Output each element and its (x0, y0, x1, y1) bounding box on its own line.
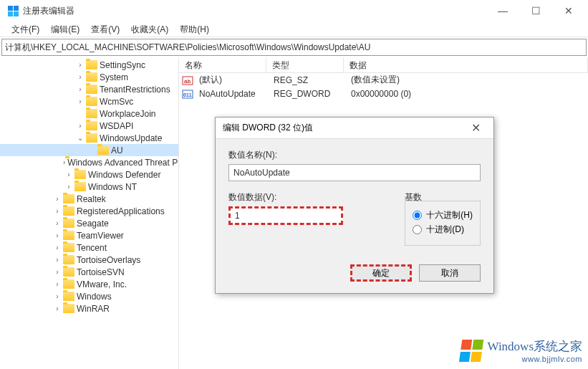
tree-caret-icon[interactable]: › (74, 85, 86, 93)
folder-icon (63, 255, 74, 264)
tree-caret-icon[interactable]: › (52, 244, 63, 251)
tree-panel[interactable]: ›SettingSync›System›TenantRestrictions›W… (0, 57, 179, 369)
menu-view[interactable]: 查看(V) (85, 21, 125, 37)
tree-item-label: Windows (77, 292, 112, 302)
menu-edit[interactable]: 编辑(E) (45, 21, 85, 37)
row-data: (数值未设置) (345, 74, 588, 86)
col-data[interactable]: 数据 (344, 57, 588, 72)
tree-caret-icon[interactable]: › (52, 292, 63, 300)
folder-icon (63, 194, 74, 203)
folder-icon (63, 304, 74, 313)
tree-item[interactable]: ⌄WindowsUpdate (0, 132, 178, 144)
tree-item-label: TeamViewer (77, 231, 124, 241)
tree-item-label: Windows Advanced Threat Protection (67, 158, 179, 168)
tree-item-label: Windows NT (88, 182, 137, 192)
list-row[interactable]: 011NoAutoUpdateREG_DWORD0x00000000 (0) (179, 87, 588, 100)
tree: ›SettingSync›System›TenantRestrictions›W… (0, 57, 178, 316)
reg-string-icon: ab (182, 75, 193, 86)
edit-dword-dialog: 编辑 DWORD (32 位)值 ✕ 数值名称(N): NoAutoUpdate… (215, 117, 494, 294)
tree-item[interactable]: ›TenantRestrictions (0, 83, 178, 95)
radix-dec-option[interactable]: 十进制(D) (413, 224, 473, 236)
folder-icon (86, 109, 97, 118)
address-path: 计算机\HKEY_LOCAL_MACHINE\SOFTWARE\Policies… (5, 42, 370, 54)
tree-caret-icon[interactable]: › (74, 61, 86, 69)
tree-item-label: WorkplaceJoin (100, 109, 155, 119)
tree-item-label: SettingSync (100, 60, 145, 70)
tree-caret-icon[interactable]: › (74, 97, 86, 105)
tree-item[interactable]: ›TeamViewer (0, 229, 178, 241)
dialog-close-button[interactable]: ✕ (466, 121, 486, 135)
tree-item-label: TenantRestrictions (100, 85, 170, 95)
tree-item[interactable]: ›Windows NT (0, 181, 178, 193)
tree-item-label: WcmSvc (100, 97, 133, 107)
list-row[interactable]: ab(默认)REG_SZ(数值未设置) (179, 73, 588, 87)
reg-dword-icon: 011 (182, 88, 193, 100)
tree-item[interactable]: ›SettingSync (0, 59, 178, 71)
cancel-button[interactable]: 取消 (419, 264, 481, 282)
tree-caret-icon[interactable]: › (63, 158, 65, 166)
row-data: 0x00000000 (0) (345, 89, 588, 99)
tree-item[interactable]: ›WcmSvc (0, 95, 178, 107)
tree-item[interactable]: WorkplaceJoin (0, 107, 178, 120)
folder-icon (86, 85, 97, 94)
tree-item[interactable]: ›WSDAPI (0, 120, 178, 132)
tree-caret-icon[interactable]: › (63, 183, 74, 191)
tree-caret-icon[interactable]: › (52, 231, 63, 239)
tree-item[interactable]: ›Seagate (0, 217, 178, 229)
menu-favorites[interactable]: 收藏夹(A) (125, 21, 174, 37)
tree-caret-icon[interactable]: › (74, 122, 86, 130)
regedit-icon (7, 5, 19, 16)
tree-caret-icon[interactable]: › (74, 73, 86, 81)
tree-caret-icon[interactable]: › (52, 207, 63, 215)
tree-item[interactable]: ›Windows Advanced Threat Protection (0, 156, 178, 168)
tree-item[interactable]: ›TortoiseSVN (0, 266, 178, 278)
tree-item-label: WSDAPI (100, 121, 133, 131)
tree-item[interactable]: AU (0, 144, 178, 156)
tree-caret-icon[interactable]: › (63, 171, 74, 178)
folder-icon (63, 292, 74, 301)
dialog-buttons: 确定 取消 (216, 256, 493, 293)
tree-item[interactable]: ›TortoiseOverlays (0, 254, 178, 266)
tree-item[interactable]: ›Windows (0, 290, 178, 302)
radix-dec-radio[interactable] (413, 225, 422, 234)
folder-icon (86, 133, 97, 143)
tree-caret-icon[interactable]: › (52, 195, 63, 203)
value-data-input[interactable] (228, 206, 343, 225)
radix-hex-option[interactable]: 十六进制(H) (413, 209, 473, 221)
maximize-button[interactable]: ☐ (519, 0, 552, 21)
svg-text:011: 011 (183, 92, 192, 97)
radix-hex-radio[interactable] (413, 211, 422, 220)
row-name: NoAutoUpdate (193, 89, 268, 99)
tree-item[interactable]: ›Realtek (0, 193, 178, 205)
tree-item-label: VMware, Inc. (77, 279, 127, 289)
tree-item[interactable]: ›System (0, 71, 178, 83)
value-name-field[interactable]: NoAutoUpdate (228, 164, 481, 181)
folder-icon (63, 231, 74, 240)
tree-item[interactable]: ›RegisteredApplications (0, 205, 178, 217)
ok-button[interactable]: 确定 (350, 264, 412, 282)
col-name[interactable]: 名称 (179, 57, 266, 72)
dialog-title-text: 编辑 DWORD (32 位)值 (223, 122, 313, 134)
tree-caret-icon[interactable]: › (52, 256, 63, 264)
tree-item[interactable]: ›VMware, Inc. (0, 278, 178, 290)
tree-caret-icon[interactable]: › (52, 268, 63, 276)
close-button[interactable]: ✕ (552, 0, 585, 21)
tree-caret-icon[interactable]: ⌄ (74, 134, 86, 142)
tree-item[interactable]: ›Windows Defender (0, 168, 178, 181)
tree-item-label: Realtek (77, 194, 106, 204)
menu-file[interactable]: 文件(F) (6, 21, 45, 37)
tree-item-label: WinRAR (77, 304, 110, 314)
tree-caret-icon[interactable]: › (52, 305, 63, 312)
tree-item[interactable]: ›Tencent (0, 241, 178, 254)
tree-item[interactable]: ›WinRAR (0, 302, 178, 315)
tree-caret-icon[interactable]: › (52, 280, 63, 288)
menu-help[interactable]: 帮助(H) (174, 21, 215, 37)
svg-text:ab: ab (184, 78, 191, 85)
tree-caret-icon[interactable]: › (52, 219, 63, 227)
tree-item-label: Windows Defender (88, 170, 160, 180)
folder-icon (74, 182, 86, 191)
row-name: (默认) (193, 74, 268, 86)
col-type[interactable]: 类型 (266, 57, 344, 72)
address-bar[interactable]: 计算机\HKEY_LOCAL_MACHINE\SOFTWARE\Policies… (1, 39, 587, 56)
minimize-button[interactable]: — (486, 0, 519, 21)
